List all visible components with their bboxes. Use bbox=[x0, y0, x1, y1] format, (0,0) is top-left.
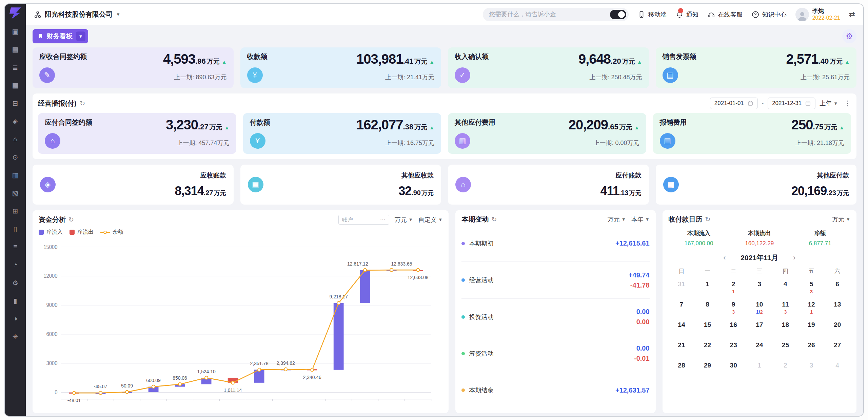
legend-net-inflow[interactable]: 净流入 bbox=[39, 229, 63, 236]
calendar-day[interactable]: 14 bbox=[669, 318, 695, 338]
sidebar-shield-icon[interactable]: ◈ bbox=[5, 112, 26, 130]
sidebar-monitor-icon[interactable]: ▣ bbox=[5, 22, 26, 40]
kpi-card[interactable]: 其他应付费用 ▦ 20,209.65万元▲ 上一期: 0.00万元 bbox=[448, 113, 646, 154]
unit-select[interactable]: 万元▼ bbox=[608, 215, 626, 224]
sidebar-briefcase-icon[interactable]: ▥ bbox=[5, 166, 26, 184]
legend-net-outflow[interactable]: 净流出 bbox=[70, 229, 94, 236]
refresh-icon[interactable]: ↻ bbox=[68, 216, 74, 224]
calendar-day[interactable]: 6 bbox=[824, 277, 850, 297]
calendar-day[interactable]: 9 3 bbox=[721, 297, 747, 318]
nav-mobile[interactable]: 移动端 bbox=[637, 10, 667, 19]
calendar-day[interactable]: 7 bbox=[669, 297, 695, 318]
calendar-day[interactable]: 27 bbox=[824, 338, 850, 358]
stat-card[interactable]: ⌂ 应付账款 411.13万元 bbox=[448, 165, 649, 205]
calendar-day[interactable]: 26 bbox=[798, 338, 825, 358]
year-select[interactable]: 本年▼ bbox=[631, 215, 650, 224]
kpi-card[interactable]: 应付合同签约额 ⌂ 3,230.27万元▲ 上一期: 457.74万元 bbox=[38, 113, 236, 154]
sidebar-workflow-icon[interactable]: ⊟ bbox=[5, 94, 26, 112]
calendar-day[interactable]: 8 bbox=[694, 297, 721, 318]
nav-notifications[interactable]: 通知 bbox=[675, 10, 698, 19]
calendar-day[interactable]: 4 bbox=[772, 277, 798, 297]
sidebar-target-icon[interactable]: ⊙ bbox=[5, 148, 26, 166]
search-input[interactable] bbox=[489, 11, 610, 18]
kpi-card[interactable]: 收款额 ¥ 103,981.41万元▲ 上一期: 21.41万元 bbox=[240, 47, 441, 88]
calendar-day[interactable]: 2 1 bbox=[721, 277, 747, 297]
chevron-down-icon[interactable]: ▼ bbox=[76, 31, 85, 41]
calendar-day[interactable]: 3 bbox=[798, 358, 825, 379]
prev-month-icon[interactable]: ‹ bbox=[723, 253, 726, 262]
tab-finance-board[interactable]: 财务看板 ▼ bbox=[33, 29, 88, 43]
kpi-card[interactable]: 应收合同签约额 ✎ 4,593.96万元▲ 上一期: 890.63万元 bbox=[33, 47, 234, 88]
next-month-icon[interactable]: › bbox=[793, 253, 795, 262]
sidebar-news-icon[interactable]: ≡ bbox=[5, 238, 26, 256]
date-to-picker[interactable]: 2021-12-31 bbox=[768, 98, 815, 109]
kpi-card[interactable]: 销售发票额 ▤ 2,571.40万元▲ 上一期: 25.61万元 bbox=[656, 47, 857, 88]
sidebar-home-icon[interactable]: ⌂ bbox=[5, 130, 26, 148]
calendar-day[interactable]: 12 1 bbox=[798, 297, 825, 318]
calendar-day[interactable]: 21 bbox=[669, 338, 695, 358]
company-switcher[interactable]: 阳光科技股份有限公司 ▼ bbox=[34, 10, 120, 19]
sidebar-pie-chart-icon[interactable]: ◔ bbox=[5, 256, 26, 274]
sidebar-settings-icon[interactable]: ⚙ bbox=[5, 274, 26, 292]
calendar-day[interactable]: 17 bbox=[746, 318, 772, 338]
calendar-day[interactable]: 5 3 bbox=[798, 277, 825, 297]
switch-layout-icon[interactable]: ⇄ bbox=[849, 10, 855, 19]
calendar-day[interactable]: 25 bbox=[772, 338, 798, 358]
sidebar-history-icon[interactable]: ◑ bbox=[5, 310, 26, 328]
calendar-day[interactable]: 1 bbox=[746, 358, 772, 379]
stat-card[interactable]: ▤ 其他应收款 32.90万元 bbox=[240, 165, 441, 205]
account-filter[interactable]: ⋯ bbox=[338, 215, 389, 225]
calendar-day[interactable]: 1 bbox=[694, 277, 721, 297]
user-menu[interactable]: 李炖 2022-02-21 bbox=[795, 7, 840, 21]
dashboard-settings-button[interactable]: ⚙ bbox=[842, 29, 856, 43]
sidebar-document-icon[interactable]: ▯ bbox=[5, 220, 26, 238]
calendar-day[interactable]: 20 bbox=[824, 318, 850, 338]
assistant-toggle[interactable] bbox=[610, 10, 626, 19]
calendar-day[interactable]: 4 bbox=[824, 358, 850, 379]
calendar-day[interactable]: 28 bbox=[669, 358, 695, 379]
app-logo-icon[interactable] bbox=[9, 7, 21, 19]
sidebar-bar-chart-icon[interactable]: ▮ bbox=[5, 292, 26, 310]
calendar-day[interactable]: 2 bbox=[772, 358, 798, 379]
kpi-card[interactable]: 收入确认额 ✓ 9,648.20万元▲ 上一期: 250.48万元 bbox=[448, 47, 649, 88]
calendar-day[interactable]: 11 3 bbox=[772, 297, 798, 318]
calendar-day[interactable]: 23 bbox=[721, 338, 747, 358]
more-options-icon[interactable]: ⋮ bbox=[844, 99, 851, 107]
calendar-day[interactable]: 22 bbox=[694, 338, 721, 358]
calendar-day[interactable]: 30 bbox=[721, 358, 747, 379]
refresh-icon[interactable]: ↻ bbox=[491, 215, 497, 223]
kpi-card[interactable]: 付款额 ¥ 162,077.38万元▲ 上一期: 16.75万元 bbox=[243, 113, 441, 154]
legend-balance[interactable]: 余额 bbox=[100, 229, 123, 236]
account-input[interactable] bbox=[342, 217, 376, 223]
calendar-day[interactable]: 3 bbox=[746, 277, 772, 297]
calendar-day[interactable]: 29 bbox=[694, 358, 721, 379]
calendar-day[interactable]: 15 bbox=[694, 318, 721, 338]
sidebar-misc-icon[interactable]: ✳ bbox=[5, 328, 26, 345]
range-select[interactable]: 自定义▼ bbox=[418, 216, 443, 224]
sidebar-layers-icon[interactable]: ≣ bbox=[5, 58, 26, 76]
refresh-icon[interactable]: ↻ bbox=[80, 100, 85, 107]
refresh-icon[interactable]: ↻ bbox=[705, 215, 711, 223]
period-select[interactable]: 上年▼ bbox=[820, 99, 838, 107]
kpi-card[interactable]: 报销费用 ▤ 250.75万元▲ 上一期: 21.18万元 bbox=[653, 113, 851, 154]
stat-card[interactable]: ▦ 其他应付款 20,169.23万元 bbox=[656, 165, 857, 205]
calendar-day[interactable]: 10 1/2 bbox=[746, 297, 772, 318]
calendar-day[interactable]: 18 bbox=[772, 318, 798, 338]
ellipsis-icon[interactable]: ⋯ bbox=[380, 216, 386, 223]
stat-card[interactable]: ◈ 应收账款 8,314.27万元 bbox=[33, 165, 234, 205]
funds-chart[interactable]: 03000600090001200015000-48.01-45.0750.09… bbox=[39, 236, 442, 408]
unit-select[interactable]: 万元▼ bbox=[395, 216, 413, 224]
sidebar-modules-icon[interactable]: ▦ bbox=[5, 76, 26, 94]
sidebar-table-icon[interactable]: ⊞ bbox=[5, 202, 26, 220]
calendar-day[interactable]: 13 bbox=[824, 297, 850, 318]
calendar-day[interactable]: 24 bbox=[746, 338, 772, 358]
calendar-day[interactable]: 16 bbox=[721, 318, 747, 338]
nav-service[interactable]: 在线客服 bbox=[707, 10, 743, 19]
date-from-picker[interactable]: 2021-01-01 bbox=[710, 98, 758, 109]
sidebar-report-icon[interactable]: ▤ bbox=[5, 40, 26, 58]
sidebar-finance-icon[interactable]: ▧ bbox=[5, 184, 26, 202]
unit-select[interactable]: 万元▼ bbox=[832, 215, 850, 224]
assistant-search[interactable] bbox=[483, 8, 629, 21]
nav-knowledge[interactable]: 知识中心 bbox=[751, 10, 787, 19]
calendar-day[interactable]: 19 bbox=[798, 318, 825, 338]
